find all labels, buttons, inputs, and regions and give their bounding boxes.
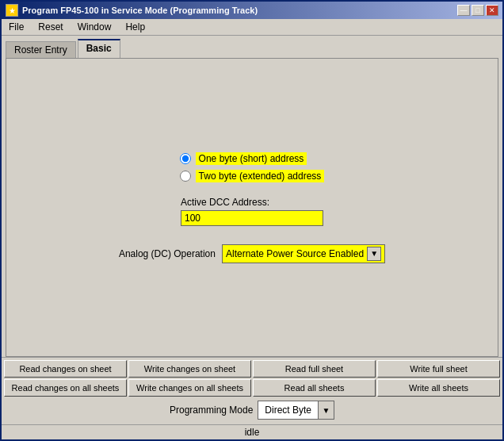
programming-mode-label: Programming Mode bbox=[170, 405, 253, 416]
one-byte-radio[interactable] bbox=[180, 153, 191, 164]
one-byte-label: One byte (short) address bbox=[196, 152, 307, 165]
title-bar-left: ★ Program FP45-100 in Service Mode (Prog… bbox=[6, 4, 258, 17]
read-changes-sheet-button[interactable]: Read changes on sheet bbox=[4, 360, 127, 378]
two-byte-option[interactable]: Two byte (extended) address bbox=[180, 170, 325, 182]
status-bar: idle bbox=[2, 424, 502, 439]
button-row-2: Read changes on all sheets Write changes… bbox=[4, 379, 500, 397]
analog-select-value: Alternate Power Source Enabled bbox=[226, 248, 364, 259]
two-byte-label: Two byte (extended) address bbox=[196, 170, 325, 182]
analog-row: Analog (DC) Operation Alternate Power So… bbox=[119, 244, 385, 263]
tab-roster-entry[interactable]: Roster Entry bbox=[6, 41, 76, 58]
form-area: One byte (short) address Two byte (exten… bbox=[6, 59, 498, 356]
main-window: ★ Program FP45-100 in Service Mode (Prog… bbox=[0, 0, 504, 441]
read-changes-all-sheets-button[interactable]: Read changes on all sheets bbox=[4, 379, 127, 397]
bottom-buttons: Read changes on sheet Write changes on s… bbox=[2, 357, 502, 424]
title-buttons: — □ ✕ bbox=[457, 5, 498, 16]
analog-select-container: Alternate Power Source Enabled ▼ bbox=[222, 244, 385, 263]
read-full-sheet-button[interactable]: Read full sheet bbox=[253, 360, 376, 378]
write-full-sheet-button[interactable]: Write full sheet bbox=[377, 360, 500, 378]
read-all-sheets-button[interactable]: Read all sheets bbox=[253, 379, 376, 397]
window-title: Program FP45-100 in Service Mode (Progra… bbox=[22, 6, 258, 15]
programming-mode-row: Programming Mode Direct Byte ▼ bbox=[4, 398, 500, 422]
analog-label: Analog (DC) Operation bbox=[119, 248, 216, 259]
content-wrapper: One byte (short) address Two byte (exten… bbox=[2, 58, 502, 439]
menu-window[interactable]: Window bbox=[74, 21, 115, 33]
tab-basic[interactable]: Basic bbox=[78, 39, 120, 58]
programming-mode-value: Direct Byte bbox=[258, 403, 318, 417]
dcc-address-input[interactable] bbox=[181, 210, 323, 226]
write-changes-sheet-button[interactable]: Write changes on sheet bbox=[128, 360, 251, 378]
menu-file[interactable]: File bbox=[6, 21, 27, 33]
one-byte-option[interactable]: One byte (short) address bbox=[180, 152, 325, 165]
title-bar: ★ Program FP45-100 in Service Mode (Prog… bbox=[2, 2, 502, 19]
main-content: One byte (short) address Two byte (exten… bbox=[6, 58, 498, 357]
app-icon: ★ bbox=[6, 4, 18, 17]
minimize-button[interactable]: — bbox=[457, 5, 470, 16]
two-byte-radio[interactable] bbox=[180, 171, 191, 182]
status-text: idle bbox=[245, 427, 260, 438]
menu-reset[interactable]: Reset bbox=[35, 21, 66, 33]
maximize-button[interactable]: □ bbox=[472, 5, 484, 16]
write-changes-all-sheets-button[interactable]: Write changes on all sheets bbox=[128, 379, 251, 397]
analog-dropdown-arrow[interactable]: ▼ bbox=[367, 247, 381, 261]
programming-mode-select-container: Direct Byte ▼ bbox=[258, 401, 334, 420]
dcc-address-label: Active DCC Address: bbox=[181, 197, 323, 208]
programming-mode-dropdown-arrow[interactable]: ▼ bbox=[318, 401, 334, 419]
tab-bar: Roster Entry Basic bbox=[2, 36, 502, 58]
close-button[interactable]: ✕ bbox=[486, 5, 498, 16]
address-type-group: One byte (short) address Two byte (exten… bbox=[180, 152, 325, 182]
menu-help[interactable]: Help bbox=[122, 21, 148, 33]
button-row-1: Read changes on sheet Write changes on s… bbox=[4, 360, 500, 378]
menu-bar: File Reset Window Help bbox=[2, 19, 502, 36]
write-all-sheets-button[interactable]: Write all sheets bbox=[377, 379, 500, 397]
